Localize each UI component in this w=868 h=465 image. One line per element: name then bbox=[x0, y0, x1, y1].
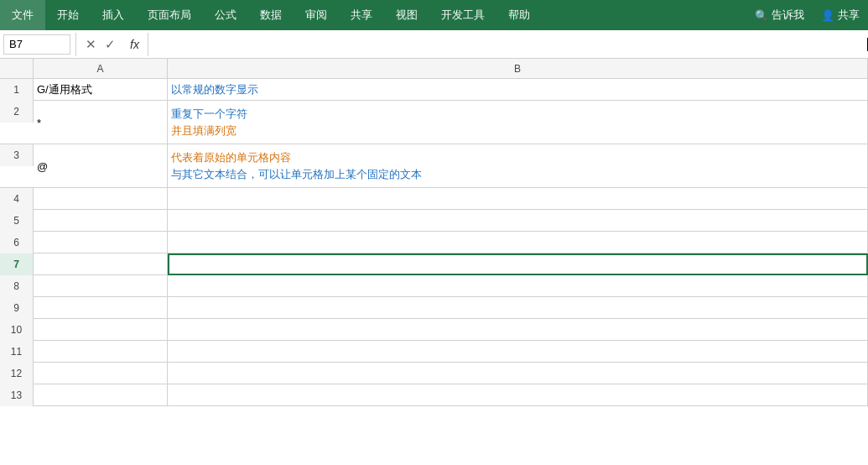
table-row: 2 * 重复下一个字符 并且填满列宽 bbox=[0, 101, 868, 144]
table-row: 3 @ 代表着原始的单元格内容 与其它文本结合，可以让单元格加上某个固定的文本 bbox=[0, 144, 868, 188]
ribbon-view[interactable]: 视图 bbox=[384, 0, 429, 30]
cell-b8[interactable] bbox=[168, 275, 868, 297]
table-row: 11 bbox=[0, 341, 868, 363]
ribbon-file[interactable]: 文件 bbox=[0, 0, 45, 30]
cell-a13[interactable] bbox=[34, 384, 168, 406]
row-header-4[interactable]: 4 bbox=[0, 188, 34, 210]
cell-a1[interactable]: G/通用格式 bbox=[34, 79, 168, 101]
table-row: 8 bbox=[0, 275, 868, 297]
row-header-8[interactable]: 8 bbox=[0, 275, 34, 297]
cell-b6[interactable] bbox=[168, 232, 868, 253]
cell-reference-box[interactable]: B7 bbox=[3, 34, 70, 55]
formula-bar: B7 ✕ ✓ fx bbox=[0, 30, 868, 59]
ribbon-insert[interactable]: 插入 bbox=[91, 0, 136, 30]
cell-a4[interactable] bbox=[34, 188, 168, 210]
row-header-9[interactable]: 9 bbox=[0, 297, 34, 319]
col-header-b[interactable]: B bbox=[168, 59, 868, 79]
table-row: 6 bbox=[0, 232, 868, 253]
formula-bar-icons: ✕ ✓ bbox=[78, 37, 123, 52]
row-header-5[interactable]: 5 bbox=[0, 210, 34, 232]
table-row: 9 bbox=[0, 297, 868, 319]
cell-b1[interactable]: 以常规的数字显示 bbox=[168, 79, 868, 101]
cell-a7[interactable] bbox=[34, 253, 168, 275]
row-header-6[interactable]: 6 bbox=[0, 232, 34, 253]
ribbon-right-area: 🔍 告诉我 👤 共享 bbox=[746, 0, 868, 30]
table-row: 1 G/通用格式 以常规的数字显示 bbox=[0, 79, 868, 101]
formula-input[interactable] bbox=[150, 30, 866, 58]
ribbon-search[interactable]: 🔍 告诉我 bbox=[746, 8, 813, 23]
cell-a10[interactable] bbox=[34, 319, 168, 341]
row-header-13[interactable]: 13 bbox=[0, 384, 34, 406]
cell-a8[interactable] bbox=[34, 275, 168, 297]
cell-a3[interactable]: @ bbox=[34, 144, 168, 188]
ribbon-data[interactable]: 数据 bbox=[248, 0, 294, 30]
sheet-area: A B 1 G/通用格式 以常规的数字显示 2 * 重复下一个字符 并且填满列宽… bbox=[0, 59, 868, 406]
ribbon-help[interactable]: 帮助 bbox=[496, 0, 542, 30]
cell-b2[interactable]: 重复下一个字符 并且填满列宽 bbox=[168, 101, 868, 144]
confirm-icon[interactable]: ✓ bbox=[102, 37, 118, 52]
cancel-icon[interactable]: ✕ bbox=[83, 37, 99, 52]
cell-b13[interactable] bbox=[168, 384, 868, 406]
ribbon-share-btn[interactable]: 👤 共享 bbox=[813, 8, 868, 23]
corner-cell[interactable] bbox=[0, 59, 34, 78]
cell-a5[interactable] bbox=[34, 210, 168, 232]
ribbon-formula[interactable]: 公式 bbox=[203, 0, 248, 30]
formula-bar-separator bbox=[75, 33, 76, 56]
cell-b12[interactable] bbox=[168, 363, 868, 384]
cell-b2-line2: 并且填满列宽 bbox=[171, 123, 236, 138]
ribbon-review[interactable]: 审阅 bbox=[294, 0, 339, 30]
search-icon: 🔍 bbox=[755, 9, 768, 22]
cell-a12[interactable] bbox=[34, 363, 168, 384]
grid: 1 G/通用格式 以常规的数字显示 2 * 重复下一个字符 并且填满列宽 3 @… bbox=[0, 79, 868, 406]
row-header-1[interactable]: 1 bbox=[0, 79, 34, 101]
table-row: 5 bbox=[0, 210, 868, 232]
column-header-row: A B bbox=[0, 59, 868, 79]
cell-b7[interactable] bbox=[168, 253, 868, 275]
cell-b3[interactable]: 代表着原始的单元格内容 与其它文本结合，可以让单元格加上某个固定的文本 bbox=[168, 144, 868, 188]
cell-b10[interactable] bbox=[168, 319, 868, 341]
cell-a9[interactable] bbox=[34, 297, 168, 319]
cell-b5[interactable] bbox=[168, 210, 868, 232]
row-header-11[interactable]: 11 bbox=[0, 341, 34, 363]
cell-b4[interactable] bbox=[168, 188, 868, 210]
table-row: 13 bbox=[0, 384, 868, 406]
row-header-10[interactable]: 10 bbox=[0, 319, 34, 341]
fx-label: fx bbox=[123, 38, 146, 51]
row-header-3[interactable]: 3 bbox=[0, 144, 34, 166]
row-header-7[interactable]: 7 bbox=[0, 253, 34, 275]
person-icon: 👤 bbox=[821, 9, 834, 22]
cell-b9[interactable] bbox=[168, 297, 868, 319]
ribbon-home[interactable]: 开始 bbox=[45, 0, 91, 30]
cell-b3-line1: 代表着原始的单元格内容 bbox=[171, 150, 291, 165]
cell-b11[interactable] bbox=[168, 341, 868, 363]
ribbon: 文件 开始 插入 页面布局 公式 数据 审阅 共享 视图 开发工具 帮助 🔍 告… bbox=[0, 0, 868, 30]
cell-b2-line1: 重复下一个字符 bbox=[171, 107, 247, 122]
table-row: 12 bbox=[0, 363, 868, 384]
cell-a6[interactable] bbox=[34, 232, 168, 253]
row-header-12[interactable]: 12 bbox=[0, 363, 34, 384]
cell-a11[interactable] bbox=[34, 341, 168, 363]
col-header-a[interactable]: A bbox=[34, 59, 168, 79]
row-header-2[interactable]: 2 bbox=[0, 101, 34, 123]
cell-b3-line2: 与其它文本结合，可以让单元格加上某个固定的文本 bbox=[171, 167, 422, 182]
formula-bar-separator-2 bbox=[148, 33, 148, 56]
table-row: 4 bbox=[0, 188, 868, 210]
ribbon-page-layout[interactable]: 页面布局 bbox=[136, 0, 203, 30]
table-row: 7 bbox=[0, 253, 868, 275]
ribbon-share[interactable]: 共享 bbox=[339, 0, 384, 30]
cell-a2[interactable]: * bbox=[34, 101, 168, 144]
table-row: 10 bbox=[0, 319, 868, 341]
ribbon-developer[interactable]: 开发工具 bbox=[429, 0, 496, 30]
